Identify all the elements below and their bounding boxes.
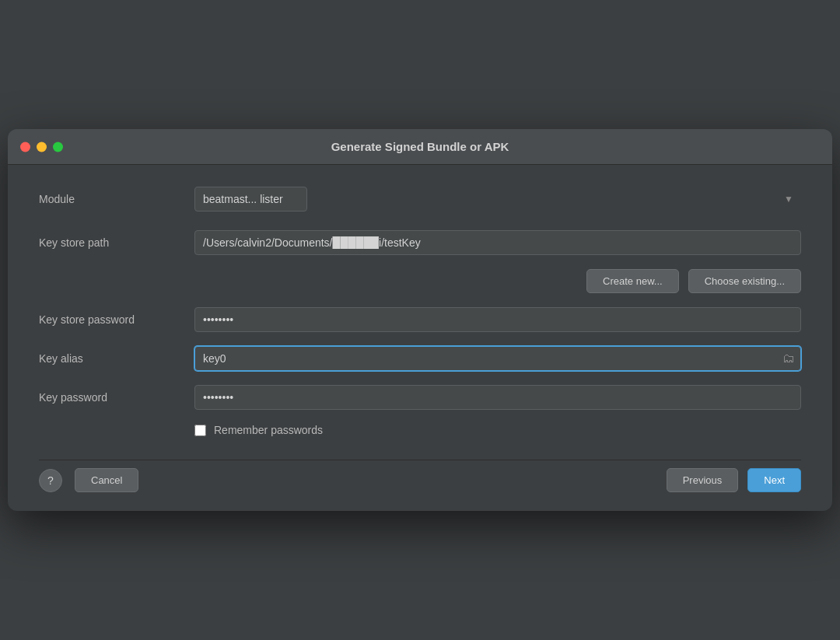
key-store-password-control [194,307,801,332]
bottom-right-actions: Previous Next [667,468,801,492]
next-button[interactable]: Next [747,468,801,492]
traffic-lights [20,142,63,152]
module-row: Module beatmast... lister ▼ [39,187,801,212]
remember-passwords-row: Remember passwords [39,424,801,436]
close-button[interactable] [20,142,30,152]
chevron-down-icon: ▼ [784,194,793,205]
key-alias-input[interactable] [194,346,801,371]
choose-existing-button[interactable]: Choose existing... [688,269,801,293]
minimize-button[interactable] [37,142,47,152]
key-alias-control: 🗂 [194,346,801,371]
dialog-bottom: ? Cancel Previous Next [39,460,801,492]
keystore-action-buttons: Create new... Choose existing... [39,269,801,293]
key-alias-row: Key alias 🗂 [39,346,801,371]
key-store-path-control [194,230,801,255]
bottom-left-actions: ? Cancel [39,468,138,492]
cancel-button[interactable]: Cancel [75,468,138,492]
key-password-input[interactable] [194,385,801,410]
key-password-label: Key password [39,391,194,404]
module-label: Module [39,193,194,205]
key-store-password-row: Key store password [39,307,801,332]
maximize-button[interactable] [53,142,63,152]
module-select-wrapper: beatmast... lister ▼ [194,187,801,212]
remember-passwords-checkbox[interactable] [194,425,206,436]
key-store-path-row: Key store path [39,230,801,255]
dialog-content: Module beatmast... lister ▼ Key store pa… [8,165,832,511]
previous-button[interactable]: Previous [667,468,739,492]
key-store-password-input[interactable] [194,307,801,332]
key-store-password-label: Key store password [39,313,194,326]
folder-icon: 🗂 [782,351,795,365]
key-password-row: Key password [39,385,801,410]
dialog-window: Generate Signed Bundle or APK Module bea… [8,129,832,511]
create-new-button[interactable]: Create new... [586,269,679,293]
remember-passwords-label: Remember passwords [214,424,323,436]
key-store-path-input[interactable] [194,230,801,255]
key-store-path-label: Key store path [39,236,194,249]
module-select[interactable]: beatmast... lister [194,187,307,212]
title-bar: Generate Signed Bundle or APK [8,129,832,165]
help-button[interactable]: ? [39,469,62,492]
key-alias-label: Key alias [39,352,194,365]
dialog-title: Generate Signed Bundle or APK [331,140,509,153]
key-password-control [194,385,801,410]
